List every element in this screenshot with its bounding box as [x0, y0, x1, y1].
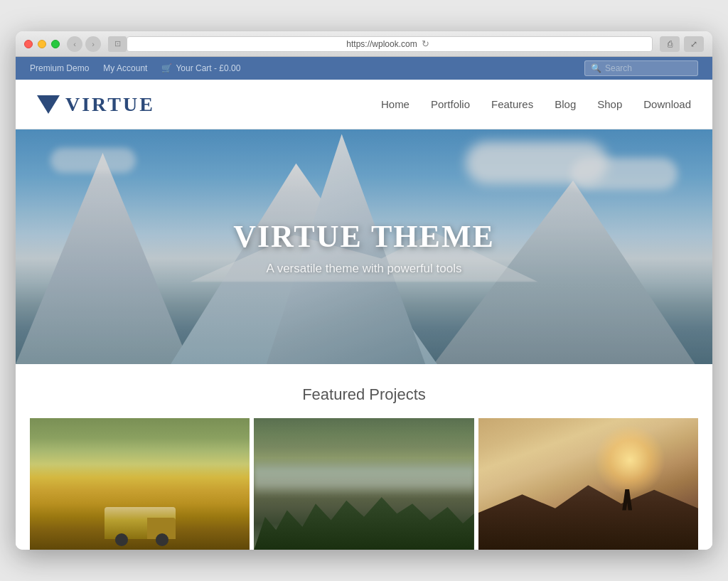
- hero-section: VIRTUE THEME A versatile theme with powe…: [16, 129, 712, 364]
- truck-wheel-left: [115, 533, 128, 546]
- project-card-2[interactable]: [254, 418, 473, 550]
- site-header: VIRTUE Home Portfolio Features Blog Shop…: [16, 80, 712, 129]
- mist-layer: [254, 458, 473, 498]
- nav-download[interactable]: Download: [643, 98, 691, 110]
- truck-main-body: [105, 507, 176, 539]
- section-title: Featured Projects: [30, 385, 698, 404]
- refresh-icon[interactable]: ↻: [422, 38, 433, 50]
- browser-titlebar: ‹ › ⊡ https://wplook.com ↻ ⎙ ⤢: [16, 31, 712, 57]
- window-controls: [24, 40, 60, 48]
- browser-window: ‹ › ⊡ https://wplook.com ↻ ⎙ ⤢ Premium D…: [16, 31, 712, 550]
- maximize-button[interactable]: [51, 40, 60, 48]
- tab-icon[interactable]: ⊡: [108, 36, 127, 52]
- sun-glow: [594, 425, 665, 496]
- fullscreen-button[interactable]: ⤢: [684, 36, 704, 52]
- forward-button[interactable]: ›: [85, 36, 101, 52]
- featured-section: Featured Projects: [16, 364, 712, 550]
- cart-text: Your Cart - £0.00: [176, 63, 240, 73]
- search-bar[interactable]: 🔍: [584, 60, 698, 76]
- cart-icon: 🛒: [161, 63, 172, 73]
- project-1-image: [30, 418, 250, 550]
- site-logo[interactable]: VIRTUE: [37, 93, 155, 116]
- nav-portfolio[interactable]: Portfolio: [431, 98, 470, 110]
- projects-grid: [30, 418, 698, 550]
- website-content: Premium Demo My Account 🛒 Your Cart - £0…: [16, 57, 712, 550]
- top-bar-links: Premium Demo My Account 🛒 Your Cart - £0…: [30, 63, 584, 73]
- truck-silhouette: [105, 507, 176, 539]
- main-nav: Home Portfolio Features Blog Shop Downlo…: [381, 98, 691, 110]
- top-bar: Premium Demo My Account 🛒 Your Cart - £0…: [16, 57, 712, 80]
- project-3-image: [478, 418, 698, 550]
- address-bar[interactable]: https://wplook.com ↻: [127, 36, 653, 52]
- my-account-link[interactable]: My Account: [103, 63, 147, 73]
- hero-subtitle: A versatile theme with powerful tools: [267, 262, 462, 276]
- project-2-image: [254, 418, 473, 550]
- browser-nav-buttons: ‹ ›: [67, 36, 101, 52]
- minimize-button[interactable]: [38, 40, 46, 48]
- mountain-silhouette: [478, 458, 698, 550]
- cart-link[interactable]: 🛒 Your Cart - £0.00: [161, 63, 240, 73]
- nav-shop[interactable]: Shop: [597, 98, 622, 110]
- project-card-3[interactable]: [478, 418, 698, 550]
- project-card-1[interactable]: [30, 418, 250, 550]
- logo-triangle-icon: [37, 95, 60, 114]
- share-button[interactable]: ⎙: [660, 36, 680, 52]
- back-button[interactable]: ‹: [67, 36, 82, 52]
- hero-title: VIRTUE THEME: [233, 218, 495, 255]
- browser-action-buttons: ⎙ ⤢: [660, 36, 704, 52]
- nav-home[interactable]: Home: [381, 98, 410, 110]
- logo-text: VIRTUE: [65, 93, 155, 116]
- nav-features[interactable]: Features: [491, 98, 533, 110]
- close-button[interactable]: [24, 40, 33, 48]
- hero-overlay: VIRTUE THEME A versatile theme with powe…: [16, 129, 712, 364]
- search-input[interactable]: [605, 63, 692, 73]
- search-icon: 🔍: [591, 63, 601, 73]
- top-bar-search: 🔍: [584, 60, 698, 76]
- truck-wheel-right: [156, 533, 168, 546]
- nav-blog[interactable]: Blog: [555, 98, 576, 110]
- premium-demo-link[interactable]: Premium Demo: [30, 63, 89, 73]
- url-text: https://wplook.com: [346, 39, 417, 49]
